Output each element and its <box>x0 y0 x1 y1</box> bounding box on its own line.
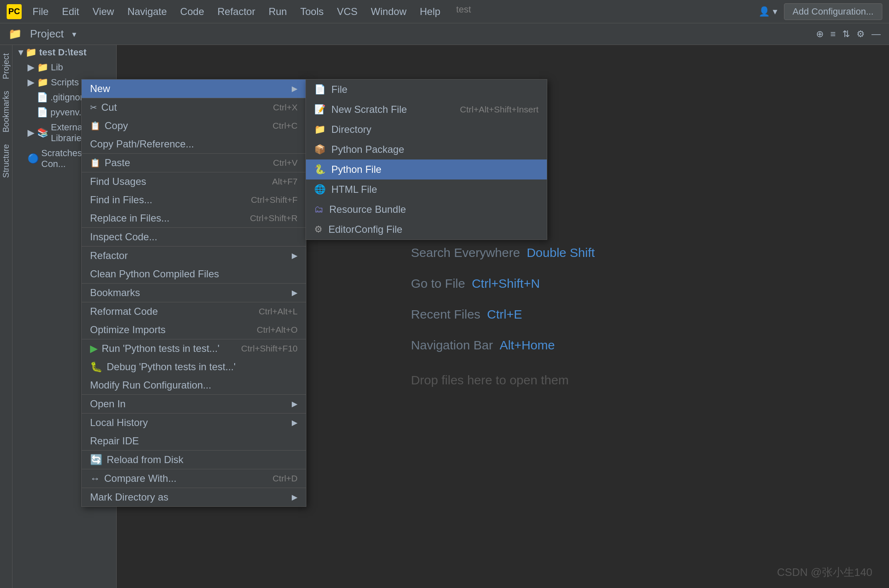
ctx-find-usages[interactable]: Find Usages Alt+F7 <box>82 172 306 191</box>
optimize-imports-shortcut: Ctrl+Alt+O <box>257 325 298 335</box>
ctx-reload-disk[interactable]: 🔄 Reload from Disk <box>82 450 306 469</box>
goto-hint-key: Ctrl+Shift+N <box>472 277 540 291</box>
ext-folder-icon: 📚 <box>37 127 48 138</box>
new-scratch-file[interactable]: 📝 New Scratch File Ctrl+Alt+Shift+Insert <box>306 100 547 120</box>
ctx-inspect-code[interactable]: Inspect Code... <box>82 227 306 246</box>
ctx-reformat[interactable]: Reformat Code Ctrl+Alt+L <box>82 302 306 321</box>
ctx-bookmarks[interactable]: Bookmarks ▶ <box>82 283 306 302</box>
hint-search: Search Everywhere Double Shift <box>411 246 595 260</box>
ctx-local-history[interactable]: Local History ▶ <box>82 413 306 432</box>
menu-run[interactable]: Run <box>263 4 293 19</box>
copy-shortcut: Ctrl+C <box>273 121 298 131</box>
tree-root[interactable]: ▾ 📁 test D:\test <box>13 45 116 60</box>
pkg-sub-icon: 📦 <box>314 144 326 155</box>
side-tab-project[interactable]: Project <box>0 49 13 83</box>
user-icon[interactable]: 👤 ▾ <box>759 6 777 17</box>
side-tab-structure[interactable]: Structure <box>0 140 13 182</box>
hint-navbar: Navigation Bar Alt+Home <box>411 338 595 352</box>
local-history-arrow-icon: ▶ <box>292 418 298 427</box>
debug-tests-label: Debug 'Python tests in test...' <box>107 361 235 373</box>
ctx-copy[interactable]: 📋 Copy Ctrl+C <box>82 117 306 135</box>
cut-label: Cut <box>101 102 117 113</box>
ctx-run-tests[interactable]: ▶ Run 'Python tests in test...' Ctrl+Shi… <box>82 339 306 358</box>
ctx-clean-python[interactable]: Clean Python Compiled Files <box>82 265 306 283</box>
ctx-copy-path[interactable]: Copy Path/Reference... <box>82 135 306 153</box>
new-html-file[interactable]: 🌐 HTML File <box>306 179 547 199</box>
copy-icon: 📋 <box>90 121 100 131</box>
mark-directory-label: Mark Directory as <box>90 491 168 503</box>
ctx-debug-tests[interactable]: 🐛 Debug 'Python tests in test...' <box>82 358 306 376</box>
inspect-code-label: Inspect Code... <box>90 231 157 243</box>
replace-in-files-label: Replace in Files... <box>90 212 170 224</box>
run-tests-shortcut: Ctrl+Shift+F10 <box>241 344 298 354</box>
left-tabs: Project Bookmarks Structure <box>0 45 13 588</box>
project-label: Project <box>30 27 64 40</box>
project-dropdown-icon[interactable]: ▾ <box>72 29 76 39</box>
ctx-replace-in-files[interactable]: Replace in Files... Ctrl+Shift+R <box>82 209 306 227</box>
ctx-mark-directory[interactable]: Mark Directory as ▶ <box>82 488 306 506</box>
open-in-label: Open In <box>90 398 125 410</box>
file-sub-icon: 📄 <box>314 84 326 95</box>
optimize-imports-label: Optimize Imports <box>90 324 165 336</box>
menu-window[interactable]: Window <box>365 4 412 19</box>
menu-view[interactable]: View <box>87 4 120 19</box>
new-python-file-label: Python File <box>331 164 381 175</box>
menu-code[interactable]: Code <box>174 4 210 19</box>
new-editorconfig-file[interactable]: ⚙ EditorConfig File <box>306 219 547 239</box>
editor-hints: Search Everywhere Double Shift Go to Fil… <box>411 246 595 387</box>
ctx-optimize-imports[interactable]: Optimize Imports Ctrl+Alt+O <box>82 321 306 339</box>
side-tab-bookmarks[interactable]: Bookmarks <box>0 87 13 137</box>
toolbar-sort-icon[interactable]: ⇅ <box>842 29 850 40</box>
refactor-label: Refactor <box>90 250 128 262</box>
navbar-hint-label: Navigation Bar <box>411 338 493 352</box>
toolbar-minimize-icon[interactable]: — <box>871 29 881 40</box>
paste-shortcut: Ctrl+V <box>273 158 298 168</box>
new-python-package-label: Python Package <box>331 144 404 155</box>
new-directory[interactable]: 📁 Directory <box>306 120 547 140</box>
ctx-refactor[interactable]: Refactor ▶ <box>82 246 306 265</box>
ctx-repair-ide[interactable]: Repair IDE <box>82 432 306 450</box>
menu-vcs[interactable]: VCS <box>331 4 363 19</box>
menu-edit[interactable]: Edit <box>56 4 85 19</box>
compare-icon: ↔ <box>90 473 100 484</box>
new-directory-label: Directory <box>331 124 371 135</box>
project-toolbar-icons: ⊕ ≡ ⇅ ⚙ — <box>816 29 881 40</box>
ctx-paste[interactable]: 📋 Paste Ctrl+V <box>82 153 306 172</box>
ext-expand-icon: ▶ <box>28 127 35 138</box>
ctx-new[interactable]: New ▶ <box>82 80 306 98</box>
compare-with-label: Compare With... <box>104 473 176 484</box>
app-logo: PC <box>7 4 22 19</box>
new-resource-bundle[interactable]: 🗂 Resource Bundle <box>306 199 547 219</box>
tree-item-lib[interactable]: ▶ 📁 Lib <box>13 60 116 75</box>
ctx-modify-run[interactable]: Modify Run Configuration... <box>82 376 306 394</box>
html-sub-icon: 🌐 <box>314 184 326 195</box>
toolbar-settings-icon[interactable]: ⚙ <box>856 29 865 40</box>
menu-tools[interactable]: Tools <box>294 4 329 19</box>
menu-refactor[interactable]: Refactor <box>212 4 261 19</box>
new-html-file-label: HTML File <box>331 184 377 195</box>
compare-with-shortcut: Ctrl+D <box>273 473 298 483</box>
titlebar: PC File Edit View Navigate Code Refactor… <box>0 0 889 23</box>
debug-icon: 🐛 <box>90 361 103 373</box>
menu-help[interactable]: Help <box>414 4 446 19</box>
new-python-package[interactable]: 📦 Python Package <box>306 140 547 159</box>
ctx-compare-with[interactable]: ↔ Compare With... Ctrl+D <box>82 469 306 488</box>
modify-run-label: Modify Run Configuration... <box>90 379 211 391</box>
toolbar-add-icon[interactable]: ⊕ <box>816 29 824 40</box>
menu-navigate[interactable]: Navigate <box>122 4 173 19</box>
add-configuration-button[interactable]: Add Configuration... <box>784 3 882 20</box>
ctx-find-in-files[interactable]: Find in Files... Ctrl+Shift+F <box>82 191 306 209</box>
ctx-open-in[interactable]: Open In ▶ <box>82 394 306 413</box>
cut-icon: ✂ <box>90 102 97 112</box>
ctx-cut[interactable]: ✂ Cut Ctrl+X <box>82 98 306 117</box>
new-arrow-icon: ▶ <box>292 84 298 93</box>
menu-file[interactable]: File <box>27 4 55 19</box>
root-folder-icon: 📁 <box>25 47 37 58</box>
new-file[interactable]: 📄 File <box>306 80 547 100</box>
toolbar-list-icon[interactable]: ≡ <box>830 29 836 40</box>
new-python-file[interactable]: 🐍 Python File <box>306 159 547 179</box>
lib-label: Lib <box>51 62 63 73</box>
root-label: test D:\test <box>39 47 87 58</box>
open-in-arrow-icon: ▶ <box>292 399 298 409</box>
new-editorconfig-label: EditorConfig File <box>328 224 402 235</box>
